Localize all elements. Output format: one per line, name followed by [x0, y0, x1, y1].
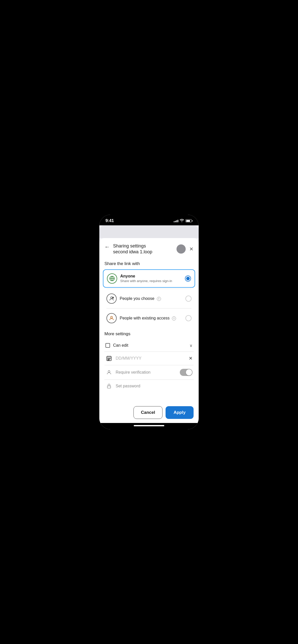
date-field[interactable]: DD/MM/YYYY: [116, 356, 189, 361]
divider-2: [106, 308, 192, 309]
lock-icon: [105, 383, 113, 389]
modal-title: Sharing settings second idwa 1.loop: [113, 243, 152, 255]
apply-button[interactable]: Apply: [166, 406, 194, 419]
set-password-row[interactable]: Set password: [104, 380, 194, 392]
people-choose-radio[interactable]: [185, 296, 192, 302]
svg-point-13: [108, 360, 108, 360]
toggle-switch[interactable]: [180, 369, 193, 376]
people-access-info[interactable]: i: [172, 316, 176, 320]
radio-option-people-choose[interactable]: + People you choose i: [103, 289, 195, 308]
title-line2: second idwa 1.loop: [113, 249, 152, 254]
set-password-label: Set password: [116, 384, 193, 388]
radio-option-people-access[interactable]: People with existing access i: [103, 309, 195, 327]
home-indicator: [99, 423, 199, 429]
close-button[interactable]: ✕: [189, 246, 194, 252]
people-access-radio[interactable]: [185, 315, 192, 321]
header-left: ← Sharing settings second idwa 1.loop: [104, 243, 152, 255]
svg-point-10: [108, 359, 108, 359]
header-right: ✕: [177, 244, 194, 254]
signal-icon: [174, 219, 178, 222]
modal-sheet: ← Sharing settings second idwa 1.loop ✕ …: [99, 238, 199, 423]
wifi-icon: [180, 219, 184, 223]
more-settings-section: More settings Can edit ∨: [99, 327, 199, 392]
can-edit-label: Can edit: [113, 343, 189, 348]
expiry-date-row[interactable]: DD/MM/YYYY ✕: [104, 352, 194, 365]
status-time: 9:41: [105, 218, 114, 223]
people-access-icon: [106, 313, 117, 323]
svg-point-14: [109, 360, 109, 360]
chevron-down-icon: ∨: [189, 343, 193, 348]
svg-point-15: [108, 370, 110, 372]
calendar-icon: [105, 355, 113, 361]
people-choose-info[interactable]: i: [157, 297, 161, 301]
svg-text:+: +: [113, 297, 114, 299]
phone-frame: 9:41: [99, 215, 199, 429]
svg-point-12: [110, 359, 110, 359]
radio-option-anyone[interactable]: Anyone Share with anyone, requires sign-…: [103, 269, 195, 288]
share-section-label: Share the link with: [99, 259, 199, 269]
clear-date-icon[interactable]: ✕: [189, 356, 193, 361]
more-settings-label: More settings: [104, 331, 194, 336]
status-bar: 9:41: [99, 215, 199, 225]
anyone-radio[interactable]: [185, 275, 191, 282]
globe-icon: [107, 273, 117, 284]
cancel-button[interactable]: Cancel: [133, 406, 162, 419]
back-button[interactable]: ←: [104, 244, 110, 250]
require-verification-toggle[interactable]: [180, 369, 193, 376]
behind-peek: [99, 225, 199, 238]
can-edit-checkbox[interactable]: [105, 343, 110, 348]
people-access-title: People with existing access i: [120, 316, 185, 320]
people-choose-icon: +: [106, 294, 117, 304]
svg-rect-16: [107, 386, 111, 388]
require-verification-label: Require verification: [116, 370, 180, 375]
battery-icon: [185, 219, 193, 222]
radio-options: Anyone Share with anyone, requires sign-…: [99, 269, 199, 327]
modal-header: ← Sharing settings second idwa 1.loop ✕: [99, 238, 199, 259]
anyone-title: Anyone: [120, 274, 185, 279]
can-edit-row[interactable]: Can edit ∨: [104, 340, 194, 352]
divider-1: [106, 289, 192, 289]
avatar: [177, 244, 186, 254]
person-icon: [105, 370, 113, 375]
people-choose-title: People you choose i: [120, 296, 185, 301]
footer-buttons: Cancel Apply: [99, 401, 199, 423]
svg-point-5: [111, 316, 112, 318]
require-verification-row[interactable]: Require verification: [104, 365, 194, 380]
anyone-text: Anyone Share with anyone, requires sign-…: [120, 274, 185, 283]
home-bar: [134, 425, 164, 426]
anyone-subtitle: Share with anyone, requires sign-in: [120, 279, 185, 283]
svg-point-11: [109, 359, 109, 359]
title-line1: Sharing settings: [113, 243, 146, 248]
status-icons: [174, 219, 193, 223]
toggle-knob: [186, 369, 192, 375]
